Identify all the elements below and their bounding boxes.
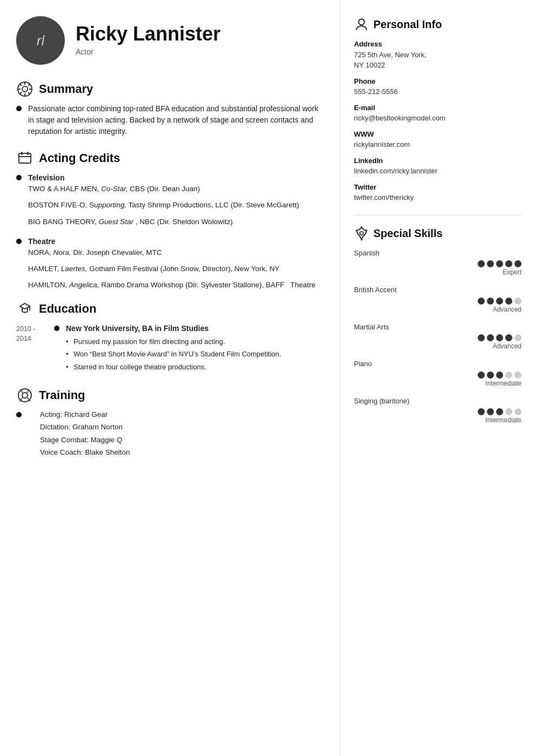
training-bullet-dot (16, 412, 22, 417)
personal-info-icon (354, 17, 369, 32)
training-header: Training (16, 386, 324, 404)
dot (514, 372, 521, 379)
training-section: Training Acting: Richard Gear Dictation:… (16, 386, 324, 460)
candidate-name: Ricky Lannister (76, 23, 220, 45)
special-skills-section: Special Skills Spanish Expert (354, 225, 521, 426)
divider (354, 215, 521, 215)
acting-credits-header: Acting Credits (16, 149, 324, 167)
svg-line-7 (28, 92, 30, 94)
skill-piano-level: Intermediate (485, 379, 521, 388)
dot (505, 372, 512, 379)
skill-singing: Singing (baritone) Intermediate (354, 396, 521, 426)
theatre-bullet-dot (16, 239, 22, 244)
twitter-value: twitter.com/thericky (354, 192, 521, 203)
special-skills-title: Special Skills (373, 225, 443, 241)
svg-rect-12 (21, 152, 23, 155)
acting-credits-title: Acting Credits (39, 149, 120, 167)
dot (478, 408, 485, 415)
television-title: Television (28, 172, 324, 184)
email-value: ricky@bestlookingmodel.com (354, 113, 521, 124)
svg-point-1 (22, 86, 28, 92)
summary-title: Summary (39, 80, 93, 98)
svg-point-17 (359, 19, 365, 25)
dot (496, 372, 503, 379)
www-label: WWW (354, 129, 521, 140)
skill-piano-dots: Intermediate (354, 372, 521, 388)
dot (478, 334, 485, 341)
edu-bullet-2: Won “Best Short Movie Award” in NYU’s St… (66, 349, 324, 360)
personal-info-section: Personal Info Address 725 5th Ave, New Y… (354, 16, 521, 203)
personal-info-title: Personal Info (373, 16, 442, 32)
summary-section: Summary Passionate actor combining top-r… (16, 80, 324, 137)
training-item-2: Dictation: Graham Norton (28, 422, 324, 433)
dot (478, 260, 485, 267)
education-title: Education (39, 300, 96, 318)
theatre-credit-1: NORA, Nora, Dir. Joseph Chevalier, MTC (28, 247, 324, 258)
address-label: Address (354, 39, 521, 50)
theatre-title: Theatre (28, 236, 324, 247)
svg-point-16 (22, 393, 28, 398)
avatar: rl (16, 16, 65, 65)
dot (487, 298, 494, 305)
theatre-credit-3: HAMILTON, Angelica, Rambo Drama Workshop… (28, 280, 324, 291)
dot (487, 372, 494, 379)
skill-martial-arts-level: Advanced (493, 341, 521, 351)
tv-credit-3: BIG BANG THEORY, Guest Star , NBC (Dir. … (28, 217, 324, 227)
svg-line-8 (28, 84, 30, 86)
dot (478, 372, 485, 379)
tv-credit-2: BOSTON FIVE-O, Supporting, Tasty Shrimp … (28, 200, 324, 211)
skill-spanish-name: Spanish (354, 248, 521, 259)
dot (505, 298, 512, 305)
personal-info-header: Personal Info (354, 16, 521, 32)
info-address: Address 725 5th Ave, New York,NY 10022 (354, 39, 521, 71)
dot (505, 260, 512, 267)
skill-british-accent-name: British Accent (354, 285, 521, 295)
candidate-subtitle: Actor (76, 46, 220, 58)
phone-label: Phone (354, 76, 521, 87)
theatre-content: Theatre NORA, Nora, Dir. Joseph Chevalie… (28, 236, 324, 296)
summary-bullet: Passionate actor combining top-rated BFA… (16, 103, 324, 137)
training-items: Acting: Richard Gear Dictation: Graham N… (28, 409, 324, 460)
skill-british-accent: British Accent Advanced (354, 285, 521, 314)
skill-singing-dots: Intermediate (354, 408, 521, 425)
right-column: Personal Info Address 725 5th Ave, New Y… (340, 0, 535, 756)
dot (514, 298, 521, 305)
svg-line-9 (20, 92, 22, 94)
linkedin-label: LinkedIn (354, 156, 521, 166)
education-header: Education (16, 300, 324, 318)
edu-bullets: Pursued my passion for film directing an… (66, 336, 324, 373)
skill-martial-arts-dots: Advanced (354, 334, 521, 351)
edu-bullet-dot (54, 326, 59, 331)
svg-rect-13 (27, 152, 29, 155)
skill-singing-level: Intermediate (485, 415, 521, 425)
svg-line-6 (20, 84, 22, 86)
summary-header: Summary (16, 80, 324, 98)
acting-credits-icon (16, 150, 34, 167)
training-item-3: Stage Combat: Maggie Q (28, 435, 324, 446)
info-email: E-mail ricky@bestlookingmodel.com (354, 103, 521, 124)
skill-piano-name: Piano (354, 359, 521, 369)
training-title: Training (39, 386, 85, 404)
summary-icon (16, 80, 34, 98)
skill-piano: Piano Intermediate (354, 359, 521, 388)
twitter-label: Twitter (354, 182, 521, 193)
television-bullet: Television TWO & A HALF MEN, Co-Star, CB… (16, 172, 324, 233)
training-bullet: Acting: Richard Gear Dictation: Graham N… (16, 409, 324, 460)
dot (487, 334, 494, 341)
theatre-credit-2: HAMLET, Laertes, Gotham Film Festival (J… (28, 264, 324, 274)
dot (496, 334, 503, 341)
dot (487, 408, 494, 415)
phone-value: 555-212-5556 (354, 86, 521, 97)
linkedin-value: linkedin.com/ricky.lannister (354, 166, 521, 177)
info-twitter: Twitter twitter.com/thericky (354, 182, 521, 203)
training-item-1: Acting: Richard Gear (28, 409, 324, 420)
dot (496, 408, 503, 415)
dot (487, 260, 494, 267)
info-www: WWW rickylannister.com (354, 129, 521, 150)
header-text: Ricky Lannister Actor (76, 23, 220, 58)
dot (478, 298, 485, 305)
bullet-dot (16, 106, 22, 111)
special-skills-icon (354, 226, 369, 241)
skill-spanish: Spanish Expert (354, 248, 521, 278)
address-value: 725 5th Ave, New York,NY 10022 (354, 50, 521, 71)
